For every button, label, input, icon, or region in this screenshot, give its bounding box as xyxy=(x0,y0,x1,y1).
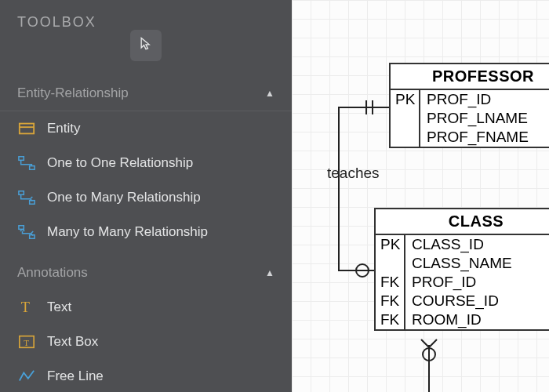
table-row: PK CLASS_ID xyxy=(376,235,549,254)
key-cell: PK xyxy=(376,235,405,254)
tool-label: Text Box xyxy=(47,334,98,350)
tool-one-to-many[interactable]: One to Many Relationship xyxy=(0,180,292,215)
svg-point-13 xyxy=(356,264,369,277)
attr-cell: CLASS_NAME xyxy=(405,254,523,273)
attr-cell: CLASS_ID xyxy=(405,235,523,254)
section-label: Annotations xyxy=(17,265,88,281)
connector-teaches xyxy=(292,0,549,392)
text-icon: T xyxy=(17,298,36,317)
entity-class[interactable]: CLASS PK CLASS_ID CLASS_NAME FK PROF_ID … xyxy=(374,208,549,331)
table-row: FK PROF_ID xyxy=(376,273,549,292)
tool-one-to-one[interactable]: One to One Relationship xyxy=(0,146,292,180)
svg-rect-7 xyxy=(30,235,35,239)
entity-icon xyxy=(17,119,36,138)
attr-cell: PROF_LNAME xyxy=(420,109,538,128)
tool-many-to-many[interactable]: Many to Many Relationship xyxy=(0,215,292,249)
diagram-canvas[interactable]: teaches PROFESSOR PK PROF_ID PROF_LNAME … xyxy=(292,0,549,392)
svg-rect-6 xyxy=(19,226,24,230)
svg-rect-4 xyxy=(19,191,24,195)
attr-cell: PROF_ID xyxy=(420,90,538,109)
key-cell xyxy=(376,254,405,273)
section-header-annotations[interactable]: Annotations ▲ xyxy=(0,256,292,290)
attr-cell: PROF_ID xyxy=(405,273,523,292)
tool-label: One to Many Relationship xyxy=(47,190,201,205)
free-line-icon xyxy=(17,367,36,386)
tool-label: One to One Relationship xyxy=(47,155,193,171)
tool-list-er: Entity One to One Relationship One to Ma… xyxy=(0,111,292,249)
toolbox-sidebar: TOOLBOX Entity-Relationship ▲ Entity One… xyxy=(0,0,292,392)
text-box-icon: T xyxy=(17,332,36,351)
tool-free-line[interactable]: Free Line xyxy=(0,359,292,392)
many-to-many-icon xyxy=(17,223,36,241)
tool-label: Text xyxy=(47,299,71,315)
one-to-many-icon xyxy=(17,188,36,207)
cursor-tool-button[interactable] xyxy=(130,30,162,61)
svg-text:T: T xyxy=(21,299,30,315)
key-cell: FK xyxy=(376,273,405,292)
tool-entity[interactable]: Entity xyxy=(0,111,292,146)
attr-cell: PROF_FNAME xyxy=(420,128,538,147)
tool-label: Many to Many Relationship xyxy=(47,224,208,240)
table-row: PROF_FNAME xyxy=(391,128,549,147)
key-cell: FK xyxy=(376,310,405,329)
tool-label: Free Line xyxy=(47,368,104,384)
table-row: CLASS_NAME xyxy=(376,254,549,273)
svg-rect-3 xyxy=(30,166,35,170)
tool-text[interactable]: T Text xyxy=(0,290,292,325)
table-row: FK COURSE_ID xyxy=(376,292,549,310)
svg-text:T: T xyxy=(24,338,29,347)
table-row: FK ROOM_ID xyxy=(376,310,549,329)
attr-cell: ROOM_ID xyxy=(405,310,523,329)
chevron-up-icon: ▲ xyxy=(265,267,274,278)
cursor-icon xyxy=(138,36,154,56)
relationship-label[interactable]: teaches xyxy=(327,165,380,182)
section-label: Entity-Relationship xyxy=(17,85,129,101)
key-cell xyxy=(391,109,420,128)
attr-cell: COURSE_ID xyxy=(405,292,523,310)
tool-text-box[interactable]: T Text Box xyxy=(0,325,292,359)
section-header-er[interactable]: Entity-Relationship ▲ xyxy=(0,76,292,111)
table-row: PROF_LNAME xyxy=(391,109,549,128)
entity-title: PROFESSOR xyxy=(391,64,549,90)
tool-list-annotations: T Text T Text Box Free Line xyxy=(0,290,292,392)
chevron-up-icon: ▲ xyxy=(265,88,274,99)
entity-professor[interactable]: PROFESSOR PK PROF_ID PROF_LNAME PROF_FNA… xyxy=(389,63,549,148)
one-to-one-icon xyxy=(17,154,36,172)
svg-rect-0 xyxy=(20,124,34,134)
entity-title: CLASS xyxy=(376,209,549,235)
table-row: PK PROF_ID xyxy=(391,90,549,109)
key-cell xyxy=(391,128,420,147)
key-cell: PK xyxy=(391,90,420,109)
tool-label: Entity xyxy=(47,121,81,136)
svg-point-14 xyxy=(423,348,435,361)
key-cell: FK xyxy=(376,292,405,310)
svg-rect-2 xyxy=(19,157,24,161)
